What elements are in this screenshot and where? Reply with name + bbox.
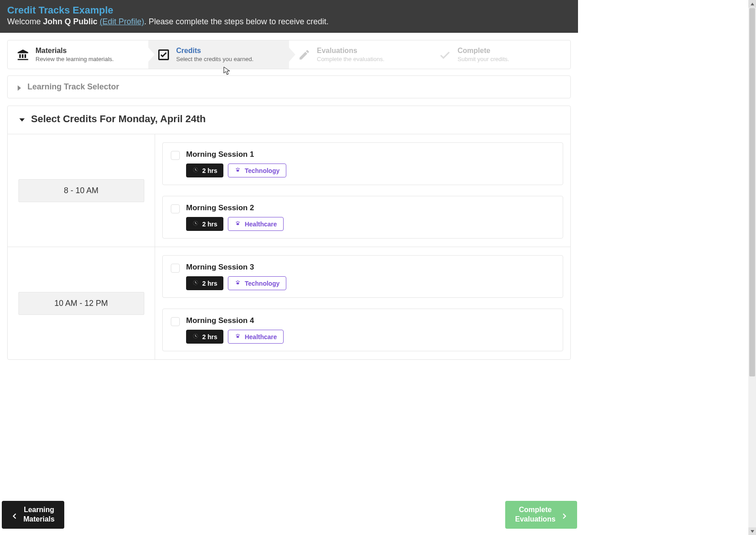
svg-point-9 — [239, 222, 240, 223]
step-materials[interactable]: Materials Review the learning materials. — [8, 40, 148, 69]
page-title: Credit Tracks Example — [7, 4, 571, 16]
paw-icon — [235, 333, 241, 340]
prev-line2: Materials — [23, 515, 54, 523]
learning-track-selector-header[interactable]: Learning Track Selector — [8, 76, 570, 98]
svg-point-10 — [237, 223, 240, 225]
step-title: Materials — [36, 47, 114, 55]
sessions-cell: Morning Session 1 2 hrs Technology — [155, 134, 570, 247]
learning-track-selector-panel[interactable]: Learning Track Selector — [7, 75, 571, 98]
step-credits[interactable]: Credits Select the credits you earned. — [148, 40, 289, 69]
svg-point-3 — [237, 168, 238, 168]
session-checkbox[interactable] — [171, 204, 180, 213]
time-badge: 8 - 10 AM — [18, 179, 144, 202]
clock-icon — [192, 167, 199, 174]
step-title: Credits — [176, 47, 253, 55]
category-tag: Healthcare — [228, 217, 284, 231]
prev-nav: Learning Materials — [2, 501, 64, 529]
category-tag: Technology — [228, 164, 286, 177]
svg-point-18 — [237, 334, 238, 335]
duration-tag: 2 hrs — [186, 217, 223, 231]
duration-text: 2 hrs — [202, 221, 217, 228]
session-card: Morning Session 3 2 hrs Technology — [162, 255, 563, 298]
session-card: Morning Session 2 2 hrs Healthcare — [162, 196, 563, 239]
user-name: John Q Public — [43, 17, 98, 26]
content-area: Materials Review the learning materials.… — [0, 33, 578, 412]
session-title: Morning Session 1 — [186, 150, 286, 159]
session-card: Morning Session 4 2 hrs Healthcare — [162, 309, 563, 351]
next-button-label: Complete Evaluations — [515, 505, 556, 524]
category-tag: Healthcare — [228, 330, 284, 344]
caret-down-icon — [19, 116, 25, 122]
prev-button-label: Learning Materials — [23, 505, 54, 524]
time-badge: 10 AM - 12 PM — [18, 292, 144, 315]
svg-point-4 — [239, 168, 240, 169]
svg-point-13 — [237, 280, 238, 281]
next-line2: Evaluations — [515, 515, 556, 523]
session-title: Morning Session 2 — [186, 203, 284, 212]
time-cell: 10 AM - 12 PM — [8, 247, 155, 359]
next-line1: Complete — [519, 506, 551, 513]
welcome-text: Welcome John Q Public (Edit Profile). Pl… — [7, 17, 571, 27]
chevron-right-icon — [562, 512, 567, 517]
scroll-thumb[interactable] — [749, 8, 755, 376]
next-button[interactable]: Complete Evaluations — [505, 501, 577, 529]
clock-icon — [192, 333, 199, 340]
svg-point-2 — [236, 168, 237, 169]
paw-icon — [235, 279, 241, 287]
app-viewport: Credit Tracks Example Welcome John Q Pub… — [0, 0, 578, 535]
scroll-down-arrow-icon[interactable] — [748, 527, 756, 535]
svg-point-17 — [236, 335, 237, 336]
next-nav: Complete Evaluations — [505, 501, 577, 529]
duration-text: 2 hrs — [202, 333, 217, 340]
duration-text: 2 hrs — [202, 167, 217, 174]
paw-icon — [235, 167, 241, 174]
sessions-cell: Morning Session 3 2 hrs Technology — [155, 247, 570, 359]
caret-right-icon — [17, 84, 22, 90]
svg-point-14 — [239, 281, 240, 282]
welcome-prefix: Welcome — [7, 17, 43, 26]
duration-tag: 2 hrs — [186, 276, 223, 290]
outer-scrollbar[interactable] — [748, 0, 756, 535]
clock-icon — [192, 220, 199, 228]
session-checkbox[interactable] — [171, 317, 180, 326]
learning-track-selector-title: Learning Track Selector — [27, 82, 119, 92]
time-sessions-grid: 8 - 10 AM Morning Session 1 2 hrs — [8, 134, 570, 359]
duration-text: 2 hrs — [202, 280, 217, 287]
category-tag: Technology — [228, 276, 286, 290]
paw-icon — [235, 220, 241, 228]
step-desc: Submit your credits. — [458, 56, 509, 62]
step-desc: Review the learning materials. — [36, 56, 114, 62]
prev-button[interactable]: Learning Materials — [2, 501, 64, 529]
category-text: Healthcare — [245, 221, 277, 228]
edit-profile-link[interactable]: (Edit Profile) — [100, 17, 144, 26]
scroll-up-arrow-icon[interactable] — [748, 0, 756, 8]
duration-tag: 2 hrs — [186, 164, 223, 177]
svg-point-15 — [237, 282, 240, 284]
prev-line1: Learning — [24, 506, 54, 513]
svg-point-19 — [239, 335, 240, 336]
page-header: Credit Tracks Example Welcome John Q Pub… — [0, 0, 578, 33]
category-text: Technology — [245, 167, 280, 174]
step-desc: Complete the evaluations. — [317, 56, 384, 62]
chevron-left-icon — [12, 512, 17, 517]
svg-point-8 — [237, 221, 238, 222]
time-cell: 8 - 10 AM — [8, 134, 155, 247]
step-desc: Select the credits you earned. — [176, 56, 253, 62]
step-complete: Complete Submit your credits. — [430, 40, 570, 69]
session-title: Morning Session 3 — [186, 263, 286, 272]
pencil-icon — [298, 49, 311, 61]
session-checkbox[interactable] — [171, 264, 180, 273]
svg-point-7 — [236, 222, 237, 223]
svg-point-12 — [236, 281, 237, 282]
session-card: Morning Session 1 2 hrs Technology — [162, 142, 563, 185]
category-text: Technology — [245, 280, 280, 287]
clock-icon — [192, 279, 199, 287]
step-evaluations: Evaluations Complete the evaluations. — [289, 40, 430, 69]
session-checkbox[interactable] — [171, 151, 180, 160]
checkbox-icon — [157, 49, 170, 61]
credits-panel-header[interactable]: Select Credits For Monday, April 24th — [8, 106, 570, 134]
credits-panel: Select Credits For Monday, April 24th 8 … — [7, 106, 571, 360]
session-title: Morning Session 4 — [186, 316, 284, 325]
duration-tag: 2 hrs — [186, 330, 223, 344]
welcome-suffix: . Please complete the steps below to rec… — [144, 17, 329, 26]
